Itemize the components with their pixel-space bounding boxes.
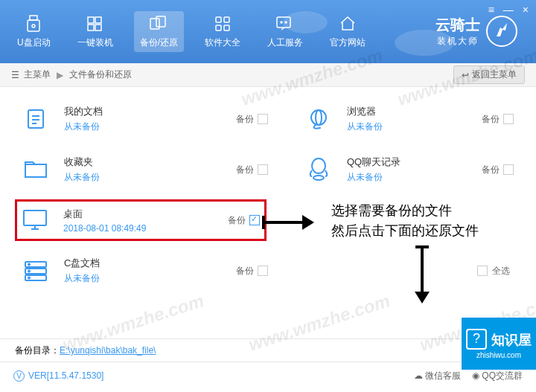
item-title: 收藏夹 bbox=[64, 155, 236, 169]
backup-label: 备份 bbox=[236, 265, 254, 277]
checkbox-fav[interactable] bbox=[258, 164, 268, 175]
svg-rect-1 bbox=[28, 20, 39, 31]
home-icon bbox=[337, 14, 358, 33]
svg-point-30 bbox=[28, 264, 30, 266]
wechat-icon: ☁ bbox=[414, 370, 423, 381]
back-button[interactable]: ↩ 返回主菜单 bbox=[453, 65, 525, 84]
selectall-label: 全选 bbox=[492, 265, 510, 277]
weixin-support-link[interactable]: ☁微信客服 bbox=[414, 370, 461, 382]
nav-label: U盘启动 bbox=[17, 36, 51, 49]
windows-icon bbox=[85, 14, 106, 33]
checkbox-browser[interactable] bbox=[503, 114, 514, 124]
usb-icon bbox=[23, 14, 44, 33]
svg-rect-4 bbox=[95, 17, 101, 23]
backup-label: 备份 bbox=[236, 113, 254, 126]
checkbox-selectall[interactable] bbox=[477, 266, 488, 276]
item-title: 我的文档 bbox=[64, 105, 236, 118]
svg-point-14 bbox=[281, 22, 282, 23]
backup-row-desktop: 桌面 2018-08-01 08:49:49 备份 bbox=[15, 199, 267, 241]
document-icon bbox=[22, 106, 49, 132]
item-title: C盘文档 bbox=[64, 257, 236, 270]
backup-label: 备份 bbox=[482, 113, 500, 126]
back-arrow-icon: ↩ bbox=[462, 70, 469, 80]
nav-website[interactable]: 官方网站 bbox=[324, 11, 371, 52]
chat-icon bbox=[275, 14, 296, 33]
backup-icon bbox=[148, 14, 169, 33]
checkbox-desktop[interactable] bbox=[249, 215, 260, 225]
svg-rect-12 bbox=[224, 25, 229, 30]
checkbox-docs[interactable] bbox=[258, 114, 268, 124]
version-text: VER[11.5.47.1530] bbox=[28, 370, 103, 381]
brand-title: 云骑士 bbox=[436, 16, 480, 33]
svg-rect-9 bbox=[216, 17, 221, 22]
browser-icon bbox=[305, 106, 332, 132]
svg-point-21 bbox=[316, 110, 322, 125]
overlay-brand: 知识屋 bbox=[491, 331, 532, 349]
svg-point-32 bbox=[28, 277, 30, 279]
svg-rect-5 bbox=[88, 25, 94, 30]
annotation-arrow-down bbox=[413, 244, 431, 303]
item-title: QQ聊天记录 bbox=[347, 155, 482, 169]
nav-backup-restore[interactable]: 备份/还原 bbox=[134, 11, 184, 52]
nav-label: 软件大全 bbox=[205, 36, 240, 49]
qq-icon bbox=[305, 156, 332, 183]
app-header: ≡ — × U盘启动 一键装机 备份/还原 软件大全 人工服务 官方网站 bbox=[0, 0, 536, 63]
svg-point-2 bbox=[32, 25, 35, 28]
footer-path-bar: 备份目录： E:\yunqishi\bak\bak_file\ 备份文件 bbox=[0, 338, 536, 362]
zhishiwu-overlay: ? 知识屋 zhishiwu.com bbox=[462, 318, 536, 370]
apps-icon bbox=[212, 14, 233, 33]
nav-software[interactable]: 软件大全 bbox=[199, 11, 246, 52]
svg-rect-11 bbox=[216, 25, 221, 30]
svg-rect-10 bbox=[224, 17, 229, 22]
svg-rect-7 bbox=[150, 19, 159, 29]
window-controls: ≡ — × bbox=[488, 4, 529, 16]
minimize-button[interactable]: — bbox=[503, 4, 514, 16]
item-status: 从未备份 bbox=[64, 171, 236, 184]
brand-subtitle: 装机大师 bbox=[436, 35, 480, 48]
svg-point-20 bbox=[311, 110, 326, 125]
backup-label: 备份 bbox=[482, 164, 500, 176]
main-nav: U盘启动 一键装机 备份/还原 软件大全 人工服务 官方网站 bbox=[11, 11, 371, 52]
overlay-url: zhishiwu.com bbox=[476, 351, 521, 359]
nav-oneclick[interactable]: 一键装机 bbox=[71, 11, 119, 52]
svg-rect-13 bbox=[277, 17, 290, 28]
checkbox-cdrive[interactable] bbox=[258, 266, 268, 276]
backup-path-link[interactable]: E:\yunqishi\bak\bak_file\ bbox=[60, 345, 156, 356]
item-status: 2018-08-01 08:49:49 bbox=[63, 223, 228, 234]
breadcrumb-current: 文件备份和还原 bbox=[69, 68, 132, 81]
backup-label: 备份 bbox=[228, 214, 246, 227]
breadcrumb-root[interactable]: 主菜单 bbox=[24, 68, 51, 81]
content-area: 我的文档 从未备份 备份 浏览器 从未备份 备份 收藏夹 从未备份 备份 bbox=[0, 87, 536, 312]
monitor-icon bbox=[22, 207, 48, 234]
nav-usb-boot[interactable]: U盘启动 bbox=[11, 11, 57, 52]
nav-label: 人工服务 bbox=[267, 36, 303, 49]
backup-row: 我的文档 从未备份 备份 浏览器 从未备份 备份 bbox=[22, 98, 514, 140]
version-icon: V bbox=[13, 370, 25, 382]
qq-group-link[interactable]: ◉QQ交流群 bbox=[472, 370, 523, 382]
chevron-right-icon: ▶ bbox=[57, 70, 63, 80]
brand-logo: 云骑士 装机大师 bbox=[436, 15, 517, 48]
folder-icon bbox=[22, 156, 49, 183]
backup-row: 收藏夹 从未备份 备份 QQ聊天记录 从未备份 备份 bbox=[22, 149, 514, 190]
item-status: 从未备份 bbox=[64, 121, 236, 133]
item-status: 从未备份 bbox=[347, 121, 482, 133]
checkbox-qq[interactable] bbox=[503, 164, 514, 175]
svg-point-23 bbox=[313, 176, 324, 180]
svg-point-15 bbox=[285, 22, 287, 23]
item-status: 从未备份 bbox=[64, 272, 236, 285]
list-icon: ☰ bbox=[11, 70, 19, 80]
breadcrumb: ☰ 主菜单 ▶ 文件备份和还原 ↩ 返回主菜单 bbox=[0, 63, 536, 87]
item-title: 桌面 bbox=[63, 208, 228, 221]
svg-rect-8 bbox=[156, 16, 165, 27]
drive-icon bbox=[22, 257, 49, 284]
item-title: 浏览器 bbox=[347, 105, 482, 118]
close-button[interactable]: × bbox=[523, 4, 529, 16]
nav-support[interactable]: 人工服务 bbox=[261, 11, 309, 52]
back-label: 返回主菜单 bbox=[472, 68, 517, 81]
settings-icon[interactable]: ≡ bbox=[488, 4, 494, 16]
question-icon: ? bbox=[466, 329, 487, 350]
item-status: 从未备份 bbox=[347, 171, 482, 184]
svg-rect-0 bbox=[30, 16, 37, 20]
qq-small-icon: ◉ bbox=[472, 370, 479, 381]
svg-rect-3 bbox=[88, 17, 94, 23]
